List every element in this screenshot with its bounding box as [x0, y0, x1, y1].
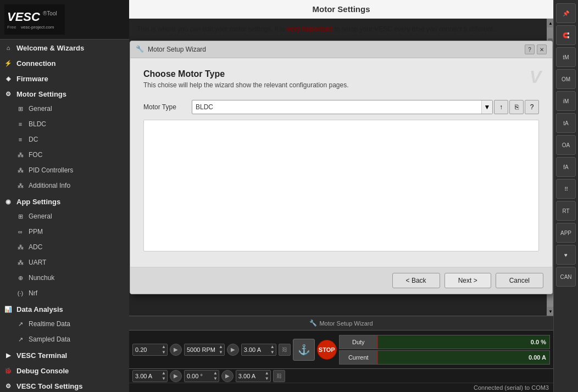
field-p-spinners[interactable]: ▲ ▼ — [212, 371, 219, 382]
field-i-up[interactable]: ▲ — [160, 371, 167, 376]
sidebar-section-debug-console[interactable]: 🐞 Debug Console — [0, 362, 129, 378]
field-ib[interactable]: 3.00 A ▲ ▼ — [241, 344, 276, 356]
field-ib-group: 3.00 A ▲ ▼ — [241, 344, 276, 356]
stop-button[interactable]: STOP — [317, 340, 337, 360]
bottom-bar: 0.20 ▲ ▼ ▶ 5000 RPM ▲ ▼ ▶ — [129, 330, 553, 368]
sidebar-item-foc[interactable]: ⁂ FOC — [11, 147, 129, 163]
rt-app-label: APP — [560, 230, 571, 236]
sidebar-section-tool-settings[interactable]: ⚙ VESC Tool Settings — [0, 378, 129, 392]
sidebar-item-sampled[interactable]: ↗ Sampled Data — [11, 332, 129, 347]
field-i[interactable]: 3.00 A ▲ ▼ — [132, 370, 168, 382]
back-button[interactable]: < Back — [392, 273, 440, 288]
wizard-taskbar-item[interactable]: 🔧 Motor Setup Wizard — [305, 318, 377, 328]
field-d-down[interactable]: ▼ — [160, 350, 167, 355]
field-p[interactable]: 0.00 ° ▲ ▼ — [184, 370, 219, 382]
rt-tm-btn[interactable]: tM — [556, 47, 576, 67]
modal-titlebar: 🔧 Motor Setup Wizard ? ✕ — [130, 41, 552, 58]
field-ib-down[interactable]: ▼ — [269, 350, 276, 355]
field-d-value: 0.20 — [133, 346, 160, 353]
play-rpm-button[interactable]: ▶ — [227, 344, 239, 356]
next-button[interactable]: Next > — [444, 273, 491, 288]
play-p-button[interactable]: ▶ — [221, 370, 234, 382]
sidebar-item-ppm[interactable]: ∞ PPM — [11, 224, 129, 239]
nrf-icon: (·) — [15, 288, 25, 298]
sidebar-item-dc[interactable]: ≡ DC — [11, 132, 129, 147]
motor-type-help-btn[interactable]: ? — [525, 100, 539, 114]
field-rpm[interactable]: 5000 RPM ▲ ▼ — [184, 344, 225, 356]
home-icon: ⌂ — [3, 43, 13, 53]
sidebar-section-vesc-terminal[interactable]: ▶ VESC Terminal — [0, 347, 129, 362]
play-i-button[interactable]: ▶ — [170, 370, 182, 382]
rt-rt-btn[interactable]: RT — [556, 201, 576, 221]
cancel-button[interactable]: Cancel — [496, 273, 543, 288]
rt-can-btn[interactable]: CAN — [556, 267, 576, 287]
app-general-icon: ⊞ — [15, 211, 25, 221]
field-rpm-up[interactable]: ▲ — [218, 344, 224, 350]
sidebar-item-nunchuk[interactable]: ⊕ Nunchuk — [11, 270, 129, 285]
chain-icon[interactable]: ⛓ — [279, 344, 291, 356]
rt-im-btn[interactable]: iM — [556, 91, 576, 111]
sidebar-section-data-analysis[interactable]: 📊 Data Analysis — [0, 301, 129, 316]
rt-fa-btn[interactable]: fA — [556, 157, 576, 177]
field-hb-down[interactable]: ▼ — [264, 376, 270, 382]
field-d-spinners[interactable]: ▲ ▼ — [160, 344, 167, 355]
gauge-section: Duty 0.0 % Current 0.00 A — [339, 335, 550, 365]
sidebar-item-app-general[interactable]: ⊞ General — [11, 209, 129, 224]
field-hb-value: 3.00 A — [236, 373, 264, 379]
rt-grid-btn[interactable]: ⠿ — [556, 179, 576, 199]
motor-type-select-wrapper[interactable]: BLDC ▼ — [192, 100, 493, 114]
motor-type-dropdown-arrow[interactable]: ▼ — [481, 100, 492, 114]
field-ib-spinners[interactable]: ▲ ▼ — [269, 344, 276, 355]
anchor-button[interactable]: ⚓ — [293, 339, 315, 361]
sidebar-section-firmware[interactable]: ◈ Firmware — [0, 70, 129, 86]
field-ib-up[interactable]: ▲ — [269, 344, 276, 350]
field-p-up[interactable]: ▲ — [212, 371, 219, 376]
field-p-down[interactable]: ▼ — [212, 376, 219, 382]
field-d-up[interactable]: ▲ — [160, 344, 167, 350]
field-p-value: 0.00 ° — [185, 373, 212, 379]
sidebar-item-bldc[interactable]: ≡ BLDC — [11, 116, 129, 132]
rt-pin-btn[interactable]: 📌 — [556, 3, 576, 23]
rt-ta-btn[interactable]: tA — [556, 113, 576, 133]
rt-heart-btn[interactable]: ♥ — [556, 245, 576, 265]
sidebar-item-uart[interactable]: ⁂ UART — [11, 255, 129, 270]
sidebar-item-adc[interactable]: ⁂ ADC — [11, 239, 129, 255]
modal-close-button[interactable]: ✕ — [537, 44, 547, 54]
field-hb-up[interactable]: ▲ — [264, 371, 270, 376]
field-rpm-down[interactable]: ▼ — [218, 350, 224, 355]
sidebar-section-connection[interactable]: ⚡ Connection — [0, 55, 129, 70]
field-d[interactable]: 0.20 ▲ ▼ — [132, 344, 168, 356]
app-settings-icon: ◉ — [3, 197, 13, 206]
motor-type-copy-btn[interactable]: ⎘ — [509, 100, 524, 114]
field-i-down[interactable]: ▼ — [160, 376, 167, 382]
rt-rt-label: RT — [562, 208, 569, 214]
rt-oa-btn[interactable]: OA — [556, 135, 576, 155]
play-d-button[interactable]: ▶ — [170, 344, 182, 356]
sidebar-item-nrf[interactable]: (·) Nrf — [11, 285, 129, 301]
field-i-spinners[interactable]: ▲ ▼ — [160, 371, 167, 382]
sidebar-item-realtime[interactable]: ↗ Realtime Data — [11, 316, 129, 332]
sidebar-item-pid[interactable]: ⁂ PID Controllers — [11, 163, 129, 178]
firmware-icon: ◈ — [3, 74, 13, 83]
field-hb-spinners[interactable]: ▲ ▼ — [264, 371, 270, 382]
field-hb[interactable]: 3.00 A ▲ ▼ — [236, 370, 271, 382]
sidebar-section-welcome[interactable]: ⌂ Welcome & Wizards — [0, 40, 129, 55]
wizard-taskbar[interactable]: 🔧 Motor Setup Wizard — [129, 316, 553, 330]
sidebar-section-app-settings[interactable]: ◉ App Settings — [0, 193, 129, 209]
sidebar-section-tool-settings-label: VESC Tool Settings — [16, 382, 82, 390]
sidebar-item-addinfo[interactable]: ⁂ Additional Info — [11, 178, 129, 193]
sidebar-item-general[interactable]: ⊞ General — [11, 101, 129, 116]
rt-om-btn[interactable]: OM — [556, 69, 576, 89]
vesc-logo-watermark: V — [530, 67, 541, 87]
rt-magnet-btn[interactable]: 🧲 — [556, 25, 576, 45]
motor-type-upload-btn[interactable]: ↑ — [494, 100, 508, 114]
svg-text:vesc-project.com: vesc-project.com — [21, 25, 54, 30]
rt-app-btn[interactable]: APP — [556, 223, 576, 243]
field-rpm-spinners[interactable]: ▲ ▼ — [218, 344, 224, 355]
sidebar-section-terminal-label: VESC Terminal — [16, 351, 67, 360]
modal-help-button[interactable]: ? — [525, 44, 535, 54]
bottom-bar-2: 3.00 A ▲ ▼ ▶ 0.00 ° ▲ ▼ ▶ — [129, 368, 553, 383]
gauge-current-bar-bg: 0.00 A — [378, 351, 549, 364]
chain-icon-2[interactable]: ⛓ — [273, 370, 285, 382]
sidebar-section-motor-settings[interactable]: ⚙ Motor Settings — [0, 86, 129, 101]
